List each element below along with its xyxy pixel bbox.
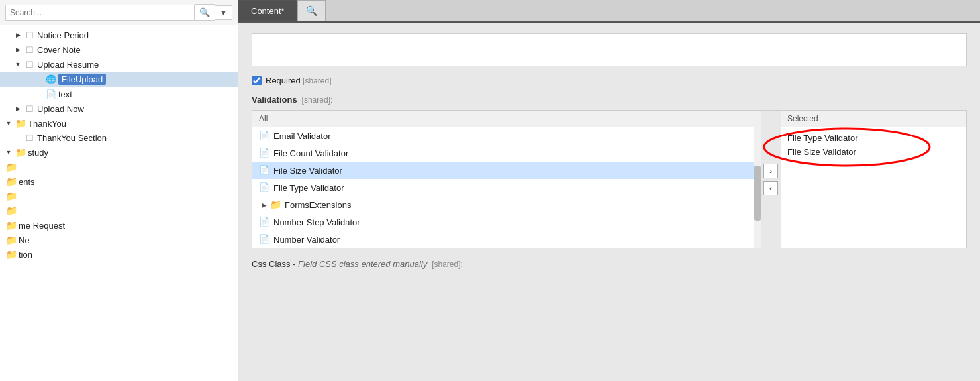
validations-container: All 📄 Email Validator 📄 File Count Valid… bbox=[252, 110, 967, 248]
tree-item-thankyou-section[interactable]: ☐ ThankYou Section bbox=[0, 131, 238, 145]
tree-item-cover-note[interactable]: ▶ ☐ Cover Note bbox=[0, 42, 238, 57]
val-label-file-type: File Type Validator bbox=[273, 183, 344, 193]
tree-item-ne[interactable]: 📁 Ne bbox=[0, 233, 238, 247]
selected-list-header: Selected bbox=[781, 111, 966, 127]
page-icon-cover-note: ☐ bbox=[24, 44, 35, 55]
tree-label-fileupload: FileUpload bbox=[58, 74, 106, 85]
selected-validators-list: Selected File Type Validator File Size V… bbox=[781, 111, 966, 248]
doc-icon-file-count: 📄 bbox=[259, 148, 270, 158]
val-item-number-step[interactable]: 📄 Number Step Validator bbox=[252, 213, 754, 231]
tree-label-thankyou: ThankYou bbox=[28, 119, 66, 129]
tree-item-me-request[interactable]: 📁 me Request bbox=[0, 218, 238, 233]
tab-bar: Content* 🔍 bbox=[238, 0, 980, 23]
val-label-file-size: File Size Validator bbox=[273, 166, 342, 176]
tree-label-tion: tion bbox=[19, 250, 32, 260]
val-item-file-count[interactable]: 📄 File Count Validator bbox=[252, 144, 754, 162]
tree-label-study: study bbox=[28, 148, 48, 158]
page-icon-notice-period: ☐ bbox=[24, 30, 35, 40]
page-icon-upload-now: ☐ bbox=[24, 103, 35, 114]
tree-item-upload-resume[interactable]: ▼ ☐ Upload Resume bbox=[0, 57, 238, 72]
all-list-header: All bbox=[252, 111, 754, 127]
tab-search-button[interactable]: 🔍 bbox=[297, 0, 326, 21]
tree-toggle-cover-note: ▶ bbox=[13, 45, 23, 54]
validations-scrollbar-thumb[interactable] bbox=[754, 166, 761, 221]
val-label-file-count: File Count Validator bbox=[273, 148, 348, 158]
validations-section: Validations [shared]: All 📄 Email Valida… bbox=[252, 95, 967, 248]
val-item-email-validator[interactable]: 📄 Email Validator bbox=[252, 127, 754, 144]
tree-item-tion[interactable]: 📁 tion bbox=[0, 247, 238, 262]
left-panel: 🔍 ▼ ▶ ☐ Notice Period ▶ ☐ Cover Note ▼ ☐… bbox=[0, 0, 238, 381]
required-row: Required [shared] bbox=[252, 76, 967, 85]
css-class-label: Css Class bbox=[252, 259, 291, 269]
selected-items-area: File Type Validator File Size Validator bbox=[781, 127, 966, 163]
tree-toggle-upload-resume: ▼ bbox=[13, 60, 23, 69]
folder-icon-forms-extensions: 📁 bbox=[270, 199, 281, 210]
tree-toggle-thankyou-section bbox=[13, 133, 23, 142]
tree-item-folder2[interactable]: 📁 bbox=[0, 160, 238, 174]
tree-item-folder4[interactable]: 📁 bbox=[0, 189, 238, 203]
tree-item-folder5[interactable]: 📁 bbox=[0, 203, 238, 218]
tree-label-ents: ents bbox=[19, 177, 35, 187]
tree-label-cover-note: Cover Note bbox=[37, 45, 81, 55]
tree-toggle-fileupload bbox=[34, 75, 44, 84]
search-button[interactable]: 🔍 bbox=[195, 4, 215, 21]
tree-item-fileupload[interactable]: 🌐 FileUpload bbox=[0, 72, 238, 87]
tree-item-notice-period[interactable]: ▶ ☐ Notice Period bbox=[0, 28, 238, 42]
val-label-number: Number Validator bbox=[273, 235, 340, 245]
css-class-desc: Field CSS class entered manually bbox=[298, 259, 427, 269]
doc-icon-email: 📄 bbox=[259, 131, 270, 141]
tree-toggle-upload-now: ▶ bbox=[13, 104, 23, 113]
css-class-row: Css Class - Field CSS class entered manu… bbox=[252, 259, 967, 269]
transfer-right-button[interactable]: › bbox=[763, 164, 778, 178]
content-text-box[interactable] bbox=[252, 33, 967, 66]
right-panel: Content* 🔍 Required [shared] Validations… bbox=[238, 0, 980, 381]
page-icon-upload-resume: ☐ bbox=[24, 59, 35, 70]
doc-icon-file-size: 📄 bbox=[259, 165, 270, 176]
selected-item-file-type[interactable]: File Type Validator bbox=[787, 131, 959, 145]
search-input[interactable] bbox=[5, 5, 195, 21]
tree-item-ents[interactable]: 📁 ents bbox=[0, 174, 238, 189]
val-item-forms-extensions[interactable]: ▶ 📁 FormsExtensions bbox=[252, 196, 754, 213]
content-area: Required [shared] Validations [shared]: … bbox=[238, 23, 980, 381]
tree-item-text[interactable]: 📄 text bbox=[0, 87, 238, 101]
tree-item-upload-now[interactable]: ▶ ☐ Upload Now bbox=[0, 101, 238, 116]
search-bar: 🔍 ▼ bbox=[0, 0, 238, 25]
selected-item-file-size[interactable]: File Size Validator bbox=[787, 145, 959, 159]
required-label: Required bbox=[266, 76, 301, 85]
forms-extensions-toggle: ▶ bbox=[262, 201, 267, 209]
globe-icon-fileupload: 🌐 bbox=[46, 74, 56, 85]
val-label-number-step: Number Step Validator bbox=[273, 217, 360, 227]
tree-item-study[interactable]: ▼ 📁 study bbox=[0, 145, 238, 160]
validations-items: 📄 Email Validator 📄 File Count Validator… bbox=[252, 127, 754, 248]
folder-icon-study: 📁 bbox=[15, 147, 26, 158]
tree-item-thankyou[interactable]: ▼ 📁 ThankYou bbox=[0, 116, 238, 131]
transfer-left-button[interactable]: ‹ bbox=[763, 181, 778, 195]
tree-label-thankyou-section: ThankYou Section bbox=[37, 133, 107, 143]
tree-label-ne: Ne bbox=[19, 235, 30, 245]
tree-label-me-request: me Request bbox=[19, 221, 65, 231]
val-label-email: Email Validator bbox=[273, 131, 330, 141]
required-shared-tag: [shared] bbox=[301, 76, 332, 85]
doc-icon-file-type: 📄 bbox=[259, 182, 270, 193]
folder-icon-4: 📁 bbox=[6, 191, 17, 201]
folder-icon-ne: 📁 bbox=[6, 235, 17, 245]
val-item-file-size[interactable]: 📄 File Size Validator bbox=[252, 162, 754, 179]
val-item-file-type[interactable]: 📄 File Type Validator bbox=[252, 179, 754, 196]
tab-content[interactable]: Content* bbox=[238, 0, 297, 21]
folder-icon-2: 📁 bbox=[6, 162, 17, 172]
page-icon-thankyou-section: ☐ bbox=[24, 133, 35, 143]
dropdown-button[interactable]: ▼ bbox=[215, 5, 232, 20]
validations-shared-tag: [shared]: bbox=[299, 95, 332, 105]
required-checkbox[interactable] bbox=[252, 76, 262, 85]
folder-icon-5: 📁 bbox=[6, 205, 17, 216]
tree-label-text: text bbox=[58, 89, 72, 99]
tree-label-notice-period: Notice Period bbox=[37, 30, 89, 40]
tree-toggle-text bbox=[34, 89, 44, 99]
validations-scrollbar-track bbox=[754, 111, 761, 248]
tree-toggle-study: ▼ bbox=[4, 148, 13, 157]
val-item-number[interactable]: 📄 Number Validator bbox=[252, 231, 754, 248]
transfer-buttons: › ‹ bbox=[761, 111, 781, 248]
folder-icon-me-request: 📁 bbox=[6, 220, 17, 231]
css-class-shared: [shared]: bbox=[430, 260, 463, 269]
tree-label-upload-resume: Upload Resume bbox=[37, 60, 99, 70]
